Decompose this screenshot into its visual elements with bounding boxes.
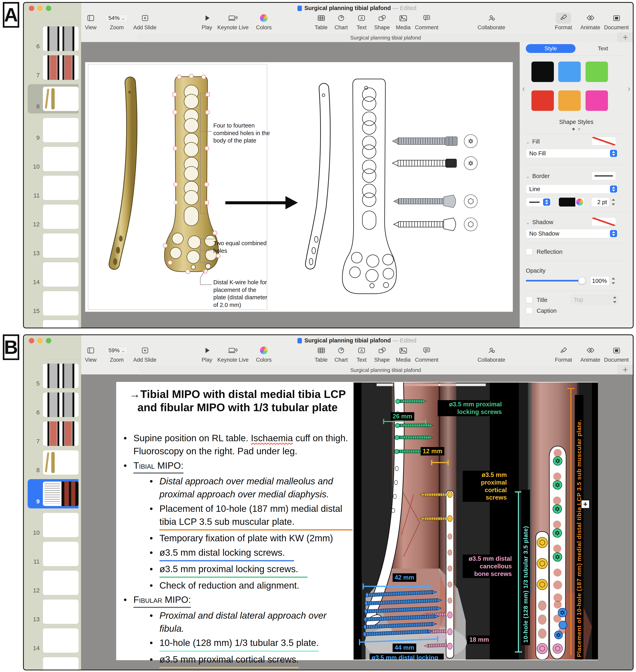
shape-style-swatch-black[interactable] xyxy=(532,61,554,82)
shape-style-swatch-orange[interactable] xyxy=(558,91,581,111)
collaborate-button[interactable]: Collaborate xyxy=(475,13,508,31)
comment-button[interactable]: Comment xyxy=(411,346,443,363)
title-position-dropdown[interactable]: Top xyxy=(570,295,618,304)
slide-thumbnail-6[interactable]: 6 xyxy=(31,26,79,51)
slide-thumbnail-14[interactable]: 14 xyxy=(31,262,79,287)
add-panel-button[interactable]: + xyxy=(618,33,633,42)
border-width-stepper-icon[interactable] xyxy=(610,198,616,207)
colors-button[interactable]: Colors xyxy=(252,346,276,363)
shadow-preview[interactable] xyxy=(592,217,616,226)
shape-style-swatch-pink[interactable] xyxy=(585,91,608,111)
border-type-dropdown[interactable]: Line xyxy=(526,185,618,194)
minimize-window-icon[interactable] xyxy=(37,338,43,343)
shape-button[interactable]: Shape xyxy=(370,346,394,363)
document-button[interactable]: Document xyxy=(600,346,632,363)
shape-button[interactable]: Shape xyxy=(370,13,394,31)
shape-style-swatch-green[interactable] xyxy=(585,61,608,82)
minimize-window-icon[interactable] xyxy=(37,6,43,11)
format-button[interactable]: Format xyxy=(552,13,576,31)
view-icon xyxy=(79,346,103,355)
line-style-dropdown[interactable] xyxy=(526,197,552,207)
swatch-prev-icon[interactable]: ‹ xyxy=(522,84,525,93)
view-button[interactable]: View xyxy=(79,13,103,31)
slide-thumbnail-5[interactable]: 5 xyxy=(31,364,79,388)
slide-thumbnail-7[interactable]: 7 xyxy=(31,421,79,446)
add-panel-button[interactable]: + xyxy=(618,365,633,375)
slide-thumbnail-8[interactable]: 8 xyxy=(31,450,79,475)
zoom-control[interactable]: 59% ⌄ Zoom xyxy=(105,346,129,363)
collaborate-button[interactable]: Collaborate xyxy=(475,346,508,363)
keynote-live-button[interactable]: Keynote Live xyxy=(217,346,249,363)
animate-button[interactable]: Animate xyxy=(578,13,602,31)
zoom-value: 59% xyxy=(108,347,120,353)
shape-style-swatch-blue[interactable] xyxy=(558,61,581,82)
slide-thumbnail-9[interactable]: 9 xyxy=(31,118,79,142)
animate-button[interactable]: Animate xyxy=(578,346,602,363)
opacity-slider-knob[interactable] xyxy=(578,277,585,284)
slide-thumbnail-9[interactable]: 9 xyxy=(28,479,79,508)
title-checkbox[interactable] xyxy=(526,296,533,303)
border-section-label[interactable]: ⌄Border xyxy=(526,173,550,179)
slide-thumbnail-8[interactable]: 8 xyxy=(28,84,79,114)
close-window-icon[interactable] xyxy=(29,6,34,11)
slide-thumbnail-6[interactable]: 6 xyxy=(31,392,79,417)
play-button[interactable]: Play xyxy=(195,346,219,363)
opacity-value-field[interactable]: 100% xyxy=(590,276,610,286)
border-preview[interactable] xyxy=(592,171,616,180)
slide-thumbnail-12[interactable]: 12 xyxy=(31,205,79,229)
slide-number: 12 xyxy=(31,587,40,594)
fill-preview[interactable] xyxy=(592,137,616,146)
border-color-well[interactable] xyxy=(559,197,584,207)
swatch-page-dots[interactable] xyxy=(520,128,633,130)
tab-text[interactable]: Text xyxy=(580,44,626,53)
label-proximal-cortical-screws: ø3.5 mm proximal cortical screws xyxy=(463,471,509,502)
close-window-icon[interactable] xyxy=(29,338,34,343)
slide-thumbnail-12[interactable]: 12 xyxy=(31,571,79,595)
reflection-checkbox[interactable] xyxy=(526,248,533,255)
slide-number: 11 xyxy=(31,558,40,565)
add-slide-button[interactable]: Add Slide xyxy=(133,13,157,31)
slide-thumbnail-7[interactable]: 7 xyxy=(31,55,79,80)
slide-navigator: 56789101112131415 xyxy=(24,335,81,670)
swatch-next-icon[interactable]: › xyxy=(628,84,630,93)
zoom-value-dropdown[interactable]: 59% ⌄ xyxy=(106,347,128,354)
slide-thumbnail-11[interactable]: 11 xyxy=(31,176,79,200)
add-slide-button[interactable]: Add Slide xyxy=(133,346,157,363)
slide-thumbnail-15[interactable]: 15 xyxy=(31,657,79,670)
slide-thumbnail-10[interactable]: 10 xyxy=(31,147,79,171)
opacity-slider[interactable] xyxy=(526,280,585,282)
view-icon xyxy=(79,13,103,23)
opacity-label: Opacity xyxy=(526,267,545,274)
slide-thumbnail-13[interactable]: 13 xyxy=(31,233,79,258)
color-wheel-icon[interactable] xyxy=(576,198,583,206)
plus-badge-icon[interactable]: + xyxy=(581,500,590,508)
zoom-window-icon[interactable] xyxy=(46,6,51,11)
slide-number: 8 xyxy=(31,467,40,474)
slide-thumbnail-14[interactable]: 14 xyxy=(31,628,79,653)
slide-thumbnail-10[interactable]: 10 xyxy=(31,513,79,537)
colors-button[interactable]: Colors xyxy=(252,13,276,31)
document-button[interactable]: Document xyxy=(600,13,632,31)
format-button[interactable]: Format xyxy=(552,346,576,363)
shadow-type-dropdown[interactable]: No Shadow xyxy=(526,229,618,238)
slide-thumbnail-13[interactable]: 13 xyxy=(31,599,79,624)
border-width-field[interactable]: 2 pt xyxy=(591,197,610,207)
tab-style[interactable]: Style xyxy=(526,44,576,53)
shadow-section-label[interactable]: ⌄Shadow xyxy=(526,219,553,226)
zoom-value-dropdown[interactable]: 54% ⌄ xyxy=(106,14,128,22)
comment-button[interactable]: Comment xyxy=(411,13,443,31)
slide-thumbnail-15[interactable]: 15 xyxy=(31,291,79,315)
keynote-live-button[interactable]: Keynote Live xyxy=(217,13,249,31)
zoom-window-icon[interactable] xyxy=(46,338,51,343)
window-title: Surgical planning tibial plafond — Edite… xyxy=(81,337,633,344)
shape-style-swatch-red[interactable] xyxy=(532,91,554,111)
slide-thumbnail-11[interactable]: 11 xyxy=(31,542,79,566)
fill-type-dropdown[interactable]: No Fill xyxy=(526,149,618,158)
play-button[interactable]: Play xyxy=(195,13,219,31)
caption-checkbox[interactable] xyxy=(526,307,533,314)
view-button[interactable]: View xyxy=(79,346,103,363)
zoom-control[interactable]: 54% ⌄ Zoom xyxy=(105,13,129,31)
slide-thumbnail-16[interactable]: 16 xyxy=(31,320,79,328)
fill-section-label[interactable]: ⌄Fill xyxy=(526,138,540,145)
opacity-stepper-icon[interactable] xyxy=(610,276,616,285)
